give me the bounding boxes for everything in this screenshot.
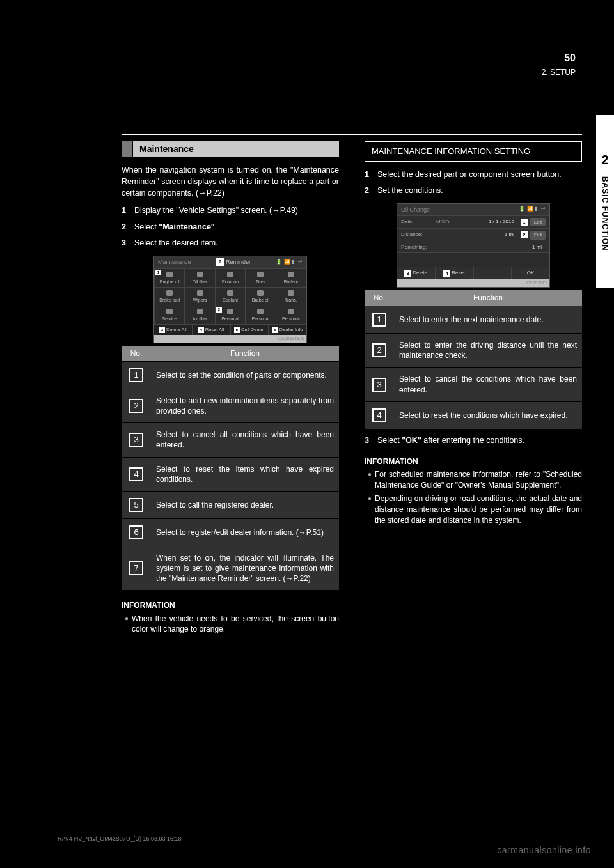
maintenance-item[interactable]: Rotation: [216, 269, 245, 287]
information-line: ● When the vehicle needs to be serviced,…: [122, 614, 339, 635]
oil-change-footer: 3Delete4ResetOK: [397, 267, 549, 279]
maintenance-item[interactable]: Personal: [276, 306, 306, 324]
form-label: Remaining:: [401, 244, 436, 251]
footer-button[interactable]: 4Reset: [436, 267, 474, 279]
item-icon: [197, 290, 203, 296]
maintenance-item[interactable]: Air filter: [185, 306, 214, 324]
footer-button[interactable]: 6Dealer Info: [269, 325, 306, 335]
table-row: 2Select to add new information items sep…: [122, 389, 339, 422]
item-label: Brake oil: [252, 297, 269, 303]
table-cell-no: 7: [122, 546, 151, 590]
function-table-right: No. Function 1Select to enter the next m…: [365, 290, 582, 429]
form-row: Date:M/D/Y1 / 1 / 20161Edit: [397, 216, 549, 229]
table-cell-fn: Select to add new information items sepa…: [151, 389, 339, 422]
table-row: 3Select to cancel the conditions which h…: [365, 368, 582, 401]
spacer: [397, 253, 549, 267]
maintenance-item[interactable]: Brake pad: [155, 288, 184, 306]
screenshot-title: Maintenance: [158, 258, 191, 266]
footer-button[interactable]: 3Delete All: [154, 325, 193, 335]
footer-button[interactable]: 3Delete: [397, 267, 436, 279]
footer-button[interactable]: OK: [512, 267, 549, 279]
table-cell-fn: Select to enter the next maintenance dat…: [394, 306, 582, 333]
reminder-toggle[interactable]: 7 Reminder: [216, 258, 251, 266]
step-text: Display the "Vehicle Settings" screen. (…: [134, 205, 339, 217]
table-cell-fn: Select to cancel all conditions which ha…: [151, 423, 339, 457]
maintenance-item[interactable]: Brake oil: [246, 288, 275, 306]
right-column: MAINTENANCE INFORMATION SETTING 1 Select…: [365, 141, 582, 637]
manual-page: 50 2. SETUP 2 BASIC FUNCTION Maintenance…: [0, 0, 614, 868]
item-icon: [197, 309, 203, 314]
information-title: INFORMATION: [365, 456, 582, 467]
item-label: Trans.: [285, 297, 297, 303]
bullet-icon: ●: [365, 469, 375, 491]
edit-button[interactable]: Edit: [530, 231, 546, 239]
status-icon-group: 🔋 📶 ▮: [276, 259, 294, 265]
chapter-tab: 2 BASIC FUNCTION: [596, 115, 614, 288]
maintenance-item[interactable]: Oil filter: [185, 269, 214, 287]
table-cell-no: 5: [122, 491, 151, 518]
screenshot-titlebar: Oil Change 🔋 📶 ▮ ↩: [397, 204, 549, 216]
maintenance-item[interactable]: Coolant: [216, 288, 245, 306]
footer-label: Delete: [413, 270, 427, 277]
information-line: ●For scheduled maintenance information, …: [365, 469, 582, 491]
step-number: 3: [122, 238, 134, 249]
item-label: Wipers: [193, 297, 207, 303]
maintenance-item[interactable]: 2Personal: [216, 306, 245, 324]
table-cell-no: 6: [122, 518, 151, 546]
screenshot-title: Oil Change: [401, 206, 430, 213]
header-rule: [122, 134, 582, 135]
item-icon: [257, 309, 264, 314]
footer-button[interactable]: 4Reset All: [193, 325, 231, 335]
callout-badge: 4: [198, 327, 204, 333]
footer-label: Reset All: [205, 327, 224, 333]
step-text-suffix: .: [215, 222, 217, 231]
item-label: Personal: [252, 316, 270, 322]
step-text-prefix: Select: [377, 436, 402, 445]
item-label: Personal: [221, 316, 239, 322]
status-icons: 🔋 📶 ▮ ↩: [276, 259, 303, 266]
step-1-right: 1 Select the desired part or component s…: [365, 169, 582, 181]
section-title: Maintenance: [133, 141, 339, 157]
item-icon: [257, 290, 264, 296]
maintenance-item[interactable]: Personal: [246, 306, 275, 324]
form-value: 1 / 1 / 2016: [454, 219, 518, 226]
screenshot-id: US2082TEIa: [154, 335, 306, 342]
footer-button[interactable]: 5Call Dealer: [231, 325, 269, 335]
maintenance-item[interactable]: Wipers: [185, 288, 214, 306]
reminder-label: Reminder: [226, 258, 251, 266]
intro-text: When the navigation system is turned on,…: [122, 164, 339, 199]
back-icon[interactable]: ↩: [541, 206, 546, 212]
back-icon[interactable]: ↩: [298, 259, 303, 265]
table-row: 4Select to reset the items which have ex…: [122, 457, 339, 491]
screenshot-id: US2083TEI: [397, 279, 549, 286]
maintenance-grid: 1Engine oilOil filterRotationTiresBatter…: [154, 268, 306, 325]
information-list: ●For scheduled maintenance information, …: [365, 469, 582, 525]
callout-badge: 2: [216, 307, 222, 313]
maintenance-item[interactable]: 1Engine oil: [155, 269, 184, 287]
footer-spacer: [474, 267, 512, 279]
oil-change-form: Date:M/D/Y1 / 1 / 20161EditDistance:1 mi…: [397, 216, 549, 254]
maintenance-item[interactable]: Tires: [246, 269, 275, 287]
maintenance-item[interactable]: Service: [155, 306, 184, 324]
item-label: Engine oil: [160, 279, 180, 284]
item-icon: [288, 309, 294, 314]
page-number: 50: [564, 51, 576, 65]
table-row: 7When set to on, the indicator will illu…: [122, 546, 339, 590]
item-label: Service: [162, 316, 177, 322]
callout-number: 3: [372, 378, 386, 392]
footer-small-print: RAV4-HV_Navi_OM42B07U_(U) 16.03.03 16:18: [58, 835, 181, 842]
item-label: Battery: [284, 279, 298, 284]
form-value: 1 mi: [436, 244, 546, 251]
step-text-suffix: after entering the conditions.: [421, 436, 524, 445]
step-text: Select "OK" after entering the condition…: [377, 435, 582, 447]
edit-button[interactable]: Edit: [530, 218, 546, 226]
step-1: 1 Display the "Vehicle Settings" screen.…: [122, 205, 339, 217]
maintenance-screenshot: Maintenance 7 Reminder 🔋 📶 ▮ ↩ 1Engine o…: [154, 256, 307, 343]
maintenance-item[interactable]: Battery: [276, 269, 306, 287]
step-text: Select the desired item.: [134, 238, 339, 249]
step-number: 3: [365, 435, 377, 447]
footer-label: Call Dealer: [241, 327, 265, 333]
item-icon: [288, 272, 294, 277]
maintenance-item[interactable]: Trans.: [276, 288, 306, 306]
table-row: 6Select to register/edit dealer informat…: [122, 518, 339, 546]
